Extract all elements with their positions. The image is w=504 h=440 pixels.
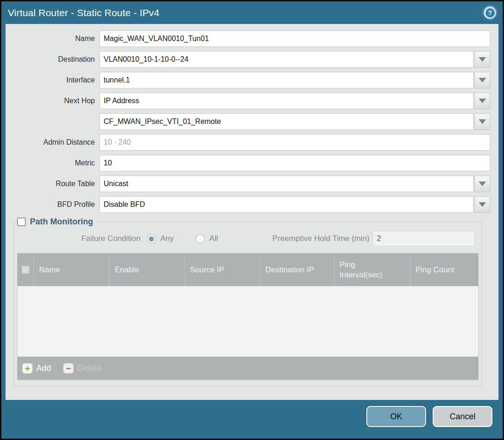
dialog-frame: Virtual Router - Static Route - IPv4 ? N… xyxy=(1,1,503,439)
destination-label: Destination xyxy=(6,55,100,64)
bfd-profile-row: BFD Profile xyxy=(6,196,490,213)
column-header-destination-ip: Destination IP xyxy=(260,253,334,286)
destination-row: Destination xyxy=(6,51,490,68)
next-hop-address-dropdown-button[interactable] xyxy=(475,113,490,130)
column-header-ping-interval: Ping Interval(sec) xyxy=(334,253,410,286)
column-header-ping-count: Ping Count xyxy=(410,253,478,286)
interface-dropdown-button[interactable] xyxy=(475,72,490,88)
title-bar: Virtual Router - Static Route - IPv4 ? xyxy=(1,1,503,24)
failure-condition-label: Failure Condition xyxy=(17,234,141,243)
admin-distance-row: Admin Distance xyxy=(6,134,490,151)
column-header-source-ip: Source IP xyxy=(185,253,260,286)
interface-input[interactable] xyxy=(100,72,474,88)
dialog-title: Virtual Router - Static Route - IPv4 xyxy=(8,7,484,18)
name-label: Name xyxy=(6,35,100,43)
route-table-row: Route Table xyxy=(6,176,490,192)
chevron-down-icon xyxy=(479,57,486,62)
preemptive-hold-time-input[interactable] xyxy=(373,231,475,246)
table-header-row: Name Enable Source IP Destination IP Pin… xyxy=(18,253,478,286)
delete-button-label: Delete xyxy=(77,364,101,373)
admin-distance-input[interactable] xyxy=(100,134,490,151)
add-button[interactable]: + Add xyxy=(22,363,51,374)
metric-label: Metric xyxy=(6,159,100,167)
dialog-footer: OK Cancel xyxy=(1,400,503,439)
destination-input[interactable] xyxy=(100,51,474,68)
form-panel: Name Destination Interface xyxy=(6,24,498,400)
dialog-window: Virtual Router - Static Route - IPv4 ? N… xyxy=(0,0,504,440)
add-icon: + xyxy=(22,363,33,374)
failure-condition-any-radio[interactable] xyxy=(147,234,156,244)
help-icon-glyph: ? xyxy=(486,8,495,18)
preemptive-hold-time-label: Preemptive Hold Time (min) xyxy=(272,234,369,243)
add-button-label: Add xyxy=(36,364,51,373)
column-header-name: Name xyxy=(34,253,110,286)
delete-button[interactable]: − Delete xyxy=(63,363,101,374)
chevron-down-icon xyxy=(479,182,486,186)
metric-input[interactable] xyxy=(100,155,490,171)
select-all-cell xyxy=(18,253,34,286)
bfd-profile-input[interactable] xyxy=(100,196,474,213)
chevron-down-icon xyxy=(479,119,486,124)
path-monitoring-table: Name Enable Source IP Destination IP Pin… xyxy=(17,253,479,380)
next-hop-dropdown-button[interactable] xyxy=(475,93,490,109)
select-all-checkbox[interactable] xyxy=(22,266,29,274)
next-hop-address-input[interactable] xyxy=(100,113,474,130)
failure-condition-all-radio[interactable] xyxy=(195,234,205,244)
chevron-down-icon xyxy=(479,99,486,103)
failure-condition-any-label: Any xyxy=(160,234,174,243)
interface-row: Interface xyxy=(6,72,490,88)
table-body-empty xyxy=(18,286,478,357)
column-header-enable: Enable xyxy=(110,253,185,286)
table-toolbar: + Add − Delete xyxy=(18,357,478,380)
route-table-input[interactable] xyxy=(100,176,474,192)
chevron-down-icon xyxy=(479,78,486,82)
next-hop-row: Next Hop xyxy=(6,93,490,109)
help-icon[interactable]: ? xyxy=(484,6,496,19)
path-monitoring-section: Path Monitoring Failure Condition Any Al… xyxy=(14,217,482,387)
name-row: Name xyxy=(6,30,490,47)
bfd-profile-dropdown-button[interactable] xyxy=(475,196,490,213)
failure-condition-row: Failure Condition Any All Preemptive Hol… xyxy=(17,230,479,247)
path-monitoring-checkbox[interactable] xyxy=(17,217,26,226)
route-table-label: Route Table xyxy=(6,180,100,188)
failure-condition-all-label: All xyxy=(209,234,218,243)
cancel-button[interactable]: Cancel xyxy=(433,406,492,427)
next-hop-type-input[interactable] xyxy=(100,93,474,109)
path-monitoring-title: Path Monitoring xyxy=(30,217,93,227)
route-table-dropdown-button[interactable] xyxy=(475,176,490,192)
next-hop-label: Next Hop xyxy=(6,97,100,105)
next-hop-address-row xyxy=(6,113,490,130)
bfd-profile-label: BFD Profile xyxy=(6,200,100,209)
path-monitoring-legend: Path Monitoring xyxy=(17,217,97,227)
chevron-down-icon xyxy=(479,202,486,207)
interface-label: Interface xyxy=(6,76,100,84)
metric-row: Metric xyxy=(6,155,490,171)
destination-dropdown-button[interactable] xyxy=(475,51,490,68)
ok-button[interactable]: OK xyxy=(366,406,426,427)
admin-distance-label: Admin Distance xyxy=(6,138,100,147)
delete-icon: − xyxy=(63,363,74,374)
name-input[interactable] xyxy=(100,30,490,47)
